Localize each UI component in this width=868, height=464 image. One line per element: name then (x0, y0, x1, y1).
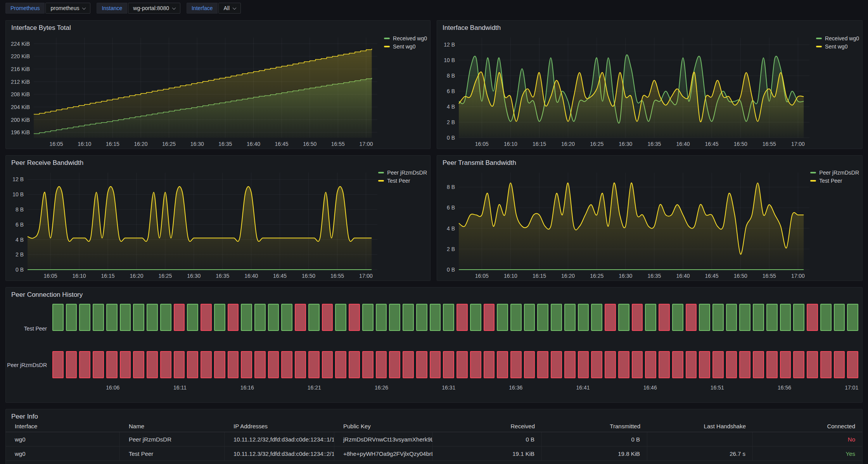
timeline-bar-connected (551, 304, 562, 331)
panel-title[interactable]: Peer Transmit Bandwidth (437, 156, 862, 167)
timeline-bar-disconnected (201, 304, 212, 331)
timeline-bar-disconnected (524, 351, 535, 378)
column-header[interactable]: Public Key (334, 420, 433, 432)
timeline-x-tick-label: 17:01 (845, 384, 858, 391)
timeline-bar-disconnected (93, 351, 104, 378)
timeline-bar-disconnected (120, 351, 131, 378)
series-dash-icon (378, 180, 384, 182)
variable-value: All (223, 5, 230, 11)
legend-item[interactable]: Test Peer (810, 178, 859, 184)
x-tick-label: 16:10 (504, 273, 517, 279)
timeline-bar-disconnected (268, 351, 279, 378)
legend-item[interactable]: Peer jRzmDsDR (378, 170, 427, 176)
x-tick-label: 16:20 (130, 273, 143, 279)
variable-select-instance[interactable]: wg-portal:8080 (128, 3, 180, 14)
table-row: wg0Peer jRzmDsDR10.11.12.2/32,fdfd:d3ad:… (6, 432, 862, 447)
timeline-bar-connected (739, 304, 750, 331)
x-tick-label: 16:50 (734, 141, 747, 147)
timeline-bar-disconnected (766, 351, 778, 378)
panel-interface-bandwidth: Interface Bandwidth 12 B10 B8 B6 B4 B2 B… (437, 20, 863, 149)
timeline-bar-disconnected (430, 351, 441, 378)
y-tick-label: 0 B (447, 267, 455, 273)
timeline-bar-disconnected (726, 351, 737, 378)
legend-item[interactable]: Sent wg0 (384, 43, 427, 50)
legend-item[interactable]: Received wg0 (816, 35, 859, 42)
x-tick-label: 16:10 (78, 141, 91, 147)
x-tick-label: 16:35 (216, 273, 229, 279)
variable-label-instance: Instance (97, 3, 127, 14)
column-header[interactable]: Name (120, 420, 225, 432)
column-header[interactable]: Interface (6, 420, 120, 432)
variable-select-interface[interactable]: All (218, 3, 241, 14)
timeline-bar-disconnected (686, 304, 697, 331)
timeline-bar-disconnected (456, 351, 468, 378)
timeline-bar-disconnected (712, 351, 724, 378)
variable-prometheus: Prometheus prometheus (5, 3, 90, 14)
panel-title[interactable]: Peer Receive Bandwidth (6, 156, 430, 167)
column-header[interactable]: Received (433, 420, 542, 432)
panel-title[interactable]: Interface Bytes Total (6, 21, 430, 32)
connected-status: No (753, 432, 862, 446)
timeseries-chart[interactable]: 8 B6 B4 B2 B0 B16:0516:1016:1516:2016:25… (437, 167, 813, 281)
timeline-bar-connected (187, 304, 198, 331)
timeline-bar-disconnected (618, 351, 629, 378)
column-header[interactable]: IP Addresses (225, 420, 334, 432)
series-dash-icon (384, 46, 390, 47)
panel-title[interactable]: Peer Info (6, 409, 862, 421)
timeline-bar-connected (753, 304, 764, 331)
peer-info-table: Interface Name IP Addresses Public Key R… (6, 420, 862, 461)
timeline-bar-connected (106, 304, 118, 331)
timeline-bar-disconnected (174, 351, 185, 378)
x-tick-label: 16:10 (504, 141, 517, 147)
x-tick-label: 16:40 (676, 141, 690, 147)
x-tick-label: 16:40 (247, 141, 260, 147)
timeline-bar-connected (362, 304, 373, 331)
timeline-bar-disconnected (443, 351, 454, 378)
timeline-bar-disconnected (578, 351, 589, 378)
timeline-bar-disconnected (52, 351, 64, 378)
panel-title[interactable]: Interface Bandwidth (437, 21, 862, 32)
timeline-bar-disconnected (632, 304, 643, 331)
timeline-row (52, 351, 858, 378)
timeline-bar-connected (133, 304, 144, 331)
timeline-x-tick-label: 16:46 (643, 384, 657, 391)
timeline-bar-connected (780, 304, 791, 331)
timeline-bar-disconnected (847, 351, 858, 378)
timeline-bar-connected (147, 304, 158, 331)
y-tick-label: 216 KiB (11, 66, 30, 72)
legend-item[interactable]: Test Peer (378, 178, 427, 184)
legend-item[interactable]: Received wg0 (384, 35, 427, 42)
x-tick-label: 16:05 (44, 273, 57, 279)
column-header[interactable]: Last Handshake (647, 420, 753, 432)
table-cell: 26.7 s (647, 447, 753, 461)
timeline-x-tick-label: 16:06 (106, 384, 119, 391)
x-tick-label: 16:30 (619, 141, 632, 147)
legend-label: Peer jRzmDsDR (387, 170, 427, 176)
x-tick-label: 16:35 (647, 141, 661, 147)
timeseries-chart[interactable]: 12 B10 B8 B6 B4 B2 B0 B16:0516:1016:1516… (6, 167, 380, 281)
timeline-bar-disconnected (187, 351, 198, 378)
column-header[interactable]: Transmitted (542, 420, 647, 432)
x-tick-label: 17:00 (791, 273, 805, 279)
legend-label: Received wg0 (825, 35, 859, 42)
timeline-bar-disconnected (214, 351, 225, 378)
legend-item[interactable]: Sent wg0 (816, 43, 859, 50)
y-tick-label: 4 B (16, 237, 24, 243)
timeline-bar-connected (254, 304, 266, 331)
timeline-bar-connected (591, 304, 602, 331)
legend-item[interactable]: Peer jRzmDsDR (810, 170, 859, 176)
x-tick-label: 16:25 (590, 141, 603, 147)
timeseries-chart[interactable]: 12 B10 B8 B6 B4 B2 B0 B16:0516:1016:1516… (437, 32, 813, 149)
column-header[interactable]: Connected (753, 420, 862, 432)
panel-title[interactable]: Peer Connection History (6, 287, 862, 299)
table-row: wg0Test Peer10.11.12.3/32,fdfd:d3ad:c0de… (6, 447, 862, 461)
table-cell: Test Peer (120, 447, 225, 461)
timeseries-chart[interactable]: 224 KiB220 KiB216 KiB212 KiB208 KiB204 K… (6, 32, 380, 149)
x-tick-label: 16:55 (331, 141, 345, 147)
variable-select-prometheus[interactable]: prometheus (45, 3, 90, 14)
timeline-bar-connected (497, 304, 508, 331)
table-cell: Peer jRzmDsDR (120, 432, 225, 446)
timeline-bar-connected (403, 304, 414, 331)
timeline-bar-connected (416, 304, 427, 331)
y-tick-label: 224 KiB (11, 41, 30, 47)
